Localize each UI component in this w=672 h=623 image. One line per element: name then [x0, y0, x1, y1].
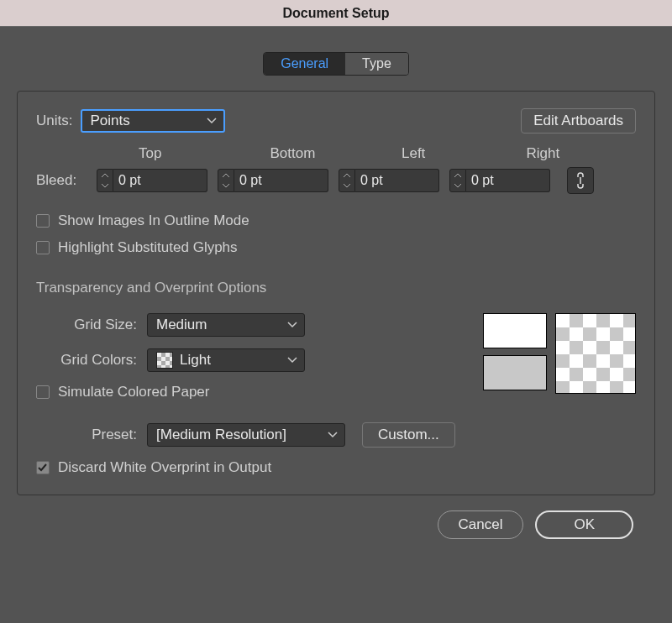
preset-select[interactable]: [Medium Resolution] [147, 423, 345, 447]
swatch-gray[interactable] [483, 355, 547, 390]
cancel-button[interactable]: Cancel [438, 510, 524, 539]
bleed-top-input[interactable] [113, 169, 207, 192]
spinner-arrows[interactable] [339, 169, 355, 192]
grid-colors-select[interactable]: Light [147, 348, 305, 372]
bleed-headers: Top Bottom Left Right [117, 145, 636, 162]
chevron-down-icon [328, 432, 338, 438]
arrow-up-icon[interactable] [450, 170, 465, 181]
arrow-down-icon[interactable] [97, 181, 113, 191]
bleed-header-top: Top [117, 145, 248, 162]
ok-button[interactable]: OK [535, 510, 633, 539]
window-title: Document Setup [282, 6, 389, 21]
chevron-down-icon [287, 322, 297, 328]
spinner-arrows[interactable] [449, 169, 466, 192]
units-label: Units: [36, 113, 72, 129]
grid-colors-label: Grid Colors: [36, 352, 137, 369]
checker-icon [156, 352, 173, 369]
bleed-bottom-input[interactable] [234, 169, 328, 192]
checker-preview [555, 313, 636, 394]
bleed-right-field[interactable] [449, 169, 550, 192]
arrow-up-icon[interactable] [339, 170, 354, 181]
preset-label: Preset: [36, 427, 137, 443]
grid-size-value: Medium [156, 317, 207, 333]
grid-size-select[interactable]: Medium [147, 313, 305, 337]
chevron-down-icon [207, 118, 217, 124]
discard-white-checkbox[interactable] [36, 461, 50, 474]
chevron-down-icon [287, 357, 297, 364]
spinner-arrows[interactable] [97, 169, 113, 192]
custom-button[interactable]: Custom... [362, 422, 455, 448]
simulate-paper-checkbox[interactable] [36, 385, 50, 399]
arrow-down-icon[interactable] [450, 181, 465, 191]
show-images-label: Show Images In Outline Mode [58, 212, 249, 229]
tabs-inner: General Type [263, 52, 409, 76]
highlight-glyphs-checkbox[interactable] [36, 241, 50, 254]
units-select[interactable]: Points [81, 109, 225, 133]
bleed-left-field[interactable] [339, 169, 439, 192]
bleed-top-field[interactable] [97, 169, 207, 192]
show-images-checkbox[interactable] [36, 214, 50, 228]
preset-value: [Medium Resolution] [156, 427, 286, 443]
link-icon[interactable] [567, 167, 594, 194]
footer: Cancel OK [17, 495, 655, 554]
bleed-row: Bleed: [36, 167, 636, 194]
highlight-glyphs-label: Highlight Substituted Glyphs [58, 239, 238, 256]
bleed-header-right: Right [505, 145, 636, 162]
grid-size-label: Grid Size: [36, 317, 137, 333]
dialog-content: General Type Units: Points Edit Artboard… [0, 27, 672, 554]
tab-general[interactable]: General [264, 53, 345, 75]
titlebar: Document Setup [0, 0, 672, 27]
swatch-white[interactable] [483, 313, 547, 348]
grid-colors-value: Light [180, 352, 211, 369]
bleed-left-input[interactable] [355, 169, 439, 192]
arrow-down-icon[interactable] [339, 181, 354, 191]
simulate-paper-label: Simulate Colored Paper [58, 384, 209, 400]
discard-white-label: Discard White Overprint in Output [58, 459, 271, 476]
panel: Units: Points Edit Artboards Top Bottom … [17, 91, 655, 495]
arrow-up-icon[interactable] [218, 170, 234, 181]
arrow-up-icon[interactable] [97, 170, 113, 181]
highlight-glyphs-row: Highlight Substituted Glyphs [36, 239, 636, 256]
bleed-right-input[interactable] [466, 169, 550, 192]
units-value: Points [90, 113, 129, 129]
bleed-bottom-field[interactable] [218, 169, 328, 192]
spinner-arrows[interactable] [218, 169, 234, 192]
tabs: General Type [17, 52, 655, 76]
bleed-label: Bleed: [36, 172, 97, 189]
transparency-title: Transparency and Overprint Options [36, 280, 636, 296]
bleed-header-left: Left [380, 145, 505, 162]
swatch-area [483, 313, 636, 394]
arrow-down-icon[interactable] [218, 181, 234, 191]
bleed-header-bottom: Bottom [248, 145, 379, 162]
grid-section: Grid Size: Medium Grid Colors: Light [36, 313, 636, 411]
edit-artboards-button[interactable]: Edit Artboards [521, 108, 636, 134]
tab-type[interactable]: Type [345, 53, 408, 75]
show-images-row: Show Images In Outline Mode [36, 212, 636, 229]
